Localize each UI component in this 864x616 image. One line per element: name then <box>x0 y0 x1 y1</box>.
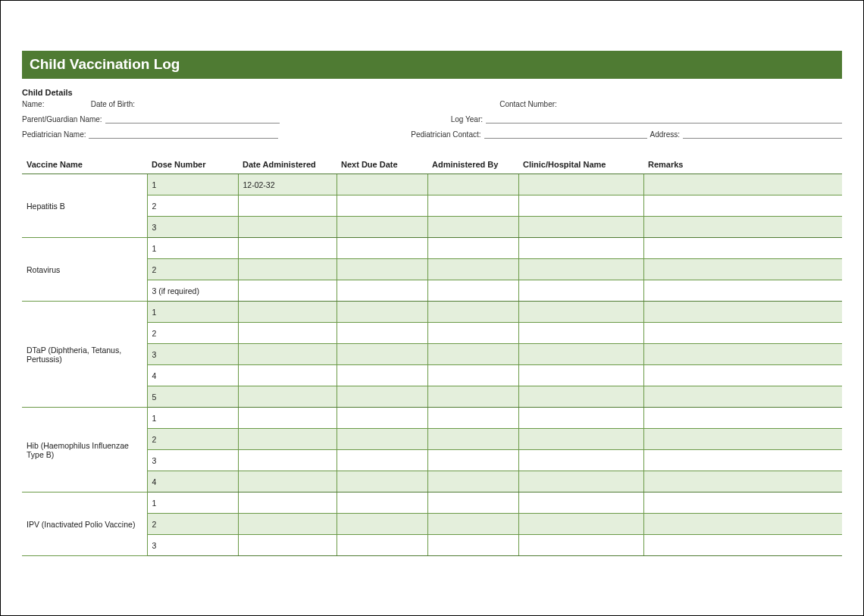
cell-dose[interactable]: 2 <box>147 323 238 344</box>
cell-dose[interactable]: 4 <box>147 471 238 492</box>
cell-date[interactable] <box>238 535 337 556</box>
cell-dose[interactable]: 1 <box>147 302 238 323</box>
cell-next[interactable] <box>337 323 427 344</box>
cell-dose[interactable]: 3 <box>147 217 238 238</box>
cell-remarks[interactable] <box>643 217 842 238</box>
cell-date[interactable] <box>238 386 337 408</box>
cell-date[interactable] <box>238 323 337 344</box>
field-address[interactable] <box>683 128 842 139</box>
cell-dose[interactable]: 3 (if required) <box>147 280 238 302</box>
cell-clinic[interactable] <box>518 174 643 195</box>
field-parent[interactable] <box>105 113 280 124</box>
cell-admin[interactable] <box>427 365 518 386</box>
cell-next[interactable] <box>337 174 427 195</box>
cell-admin[interactable] <box>427 386 518 408</box>
field-pediatrician[interactable] <box>89 128 278 139</box>
cell-remarks[interactable] <box>643 195 842 217</box>
cell-admin[interactable] <box>427 535 518 556</box>
cell-next[interactable] <box>337 365 427 386</box>
cell-next[interactable] <box>337 217 427 238</box>
cell-admin[interactable] <box>427 280 518 302</box>
cell-next[interactable] <box>337 471 427 492</box>
cell-remarks[interactable] <box>643 408 842 429</box>
cell-remarks[interactable] <box>643 238 842 259</box>
cell-admin[interactable] <box>427 492 518 514</box>
cell-next[interactable] <box>337 386 427 408</box>
cell-remarks[interactable] <box>643 259 842 280</box>
cell-remarks[interactable] <box>643 365 842 386</box>
cell-dose[interactable]: 1 <box>147 238 238 259</box>
cell-clinic[interactable] <box>518 238 643 259</box>
cell-remarks[interactable] <box>643 323 842 344</box>
cell-next[interactable] <box>337 195 427 217</box>
cell-dose[interactable]: 2 <box>147 429 238 450</box>
cell-date[interactable] <box>238 280 337 302</box>
cell-date[interactable] <box>238 217 337 238</box>
cell-admin[interactable] <box>427 259 518 280</box>
cell-clinic[interactable] <box>518 344 643 365</box>
cell-dose[interactable]: 2 <box>147 195 238 217</box>
cell-clinic[interactable] <box>518 365 643 386</box>
cell-date[interactable] <box>238 492 337 514</box>
field-pediatrician-contact[interactable] <box>484 128 647 139</box>
cell-date[interactable]: 12-02-32 <box>238 174 337 195</box>
cell-dose[interactable]: 5 <box>147 386 238 408</box>
cell-dose[interactable]: 2 <box>147 514 238 535</box>
cell-remarks[interactable] <box>643 514 842 535</box>
cell-admin[interactable] <box>427 471 518 492</box>
cell-remarks[interactable] <box>643 429 842 450</box>
cell-date[interactable] <box>238 471 337 492</box>
cell-clinic[interactable] <box>518 535 643 556</box>
cell-next[interactable] <box>337 238 427 259</box>
cell-clinic[interactable] <box>518 280 643 302</box>
cell-date[interactable] <box>238 408 337 429</box>
cell-dose[interactable]: 3 <box>147 344 238 365</box>
cell-clinic[interactable] <box>518 450 643 471</box>
cell-remarks[interactable] <box>643 386 842 408</box>
cell-remarks[interactable] <box>643 492 842 514</box>
cell-dose[interactable]: 1 <box>147 408 238 429</box>
cell-admin[interactable] <box>427 217 518 238</box>
cell-admin[interactable] <box>427 323 518 344</box>
cell-admin[interactable] <box>427 195 518 217</box>
cell-next[interactable] <box>337 259 427 280</box>
cell-clinic[interactable] <box>518 195 643 217</box>
cell-dose[interactable]: 3 <box>147 535 238 556</box>
cell-clinic[interactable] <box>518 386 643 408</box>
cell-date[interactable] <box>238 514 337 535</box>
cell-dose[interactable]: 1 <box>147 492 238 514</box>
cell-next[interactable] <box>337 280 427 302</box>
cell-clinic[interactable] <box>518 492 643 514</box>
cell-next[interactable] <box>337 450 427 471</box>
cell-admin[interactable] <box>427 514 518 535</box>
cell-clinic[interactable] <box>518 514 643 535</box>
cell-next[interactable] <box>337 429 427 450</box>
cell-clinic[interactable] <box>518 471 643 492</box>
cell-admin[interactable] <box>427 344 518 365</box>
cell-next[interactable] <box>337 408 427 429</box>
cell-admin[interactable] <box>427 429 518 450</box>
cell-date[interactable] <box>238 344 337 365</box>
cell-date[interactable] <box>238 259 337 280</box>
cell-next[interactable] <box>337 514 427 535</box>
cell-dose[interactable]: 3 <box>147 450 238 471</box>
cell-date[interactable] <box>238 238 337 259</box>
cell-date[interactable] <box>238 302 337 323</box>
cell-admin[interactable] <box>427 174 518 195</box>
cell-admin[interactable] <box>427 450 518 471</box>
cell-next[interactable] <box>337 492 427 514</box>
cell-admin[interactable] <box>427 408 518 429</box>
cell-date[interactable] <box>238 450 337 471</box>
cell-admin[interactable] <box>427 238 518 259</box>
cell-admin[interactable] <box>427 302 518 323</box>
cell-clinic[interactable] <box>518 408 643 429</box>
field-log-year[interactable] <box>486 113 842 124</box>
cell-clinic[interactable] <box>518 323 643 344</box>
cell-clinic[interactable] <box>518 259 643 280</box>
cell-date[interactable] <box>238 429 337 450</box>
cell-remarks[interactable] <box>643 344 842 365</box>
cell-date[interactable] <box>238 195 337 217</box>
cell-remarks[interactable] <box>643 174 842 195</box>
cell-remarks[interactable] <box>643 450 842 471</box>
cell-clinic[interactable] <box>518 217 643 238</box>
